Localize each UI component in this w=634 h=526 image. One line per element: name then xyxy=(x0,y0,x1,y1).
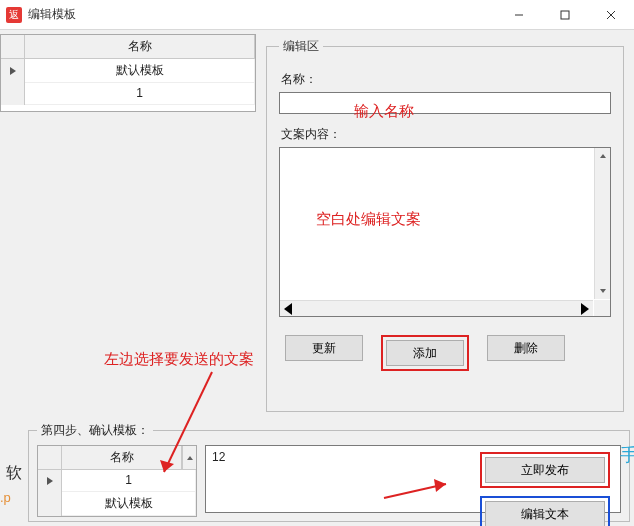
step-grid-header: 名称 xyxy=(62,446,182,469)
chevron-up-icon[interactable] xyxy=(182,446,196,469)
scroll-left-icon[interactable] xyxy=(280,301,296,316)
table-row[interactable]: 1 xyxy=(38,470,196,492)
step-content-text: 12 xyxy=(212,450,225,464)
content-label: 文案内容： xyxy=(281,126,611,143)
add-button-highlight: 添加 xyxy=(381,335,469,371)
publish-highlight: 立即发布 xyxy=(480,452,610,488)
cropped-text-right: 手 xyxy=(620,440,634,470)
step-buttons: 立即发布 编辑文本 xyxy=(480,452,610,526)
window-title: 编辑模板 xyxy=(28,6,496,23)
table-row[interactable]: 默认模板 xyxy=(38,492,196,516)
app-icon: 返 xyxy=(6,7,22,23)
grid-cell[interactable]: 1 xyxy=(25,83,255,105)
left-pane: 名称 默认模板 1 xyxy=(0,30,260,420)
edit-group-legend: 编辑区 xyxy=(279,38,323,55)
add-button[interactable]: 添加 xyxy=(386,340,464,366)
scroll-right-icon[interactable] xyxy=(577,301,593,316)
maximize-button[interactable] xyxy=(542,0,588,29)
publish-button[interactable]: 立即发布 xyxy=(485,457,605,483)
row-selector-icon xyxy=(10,67,16,75)
step-grid[interactable]: 名称 1 默认模板 xyxy=(37,445,197,517)
name-input[interactable] xyxy=(279,92,611,114)
row-selector-icon xyxy=(47,477,53,485)
content-textarea[interactable] xyxy=(279,147,611,317)
step-content-box[interactable]: 12 立即发布 编辑文本 xyxy=(205,445,621,513)
scroll-track[interactable] xyxy=(595,164,610,283)
main-area: 名称 默认模板 1 编辑区 名称： 文案内容： xyxy=(0,30,634,420)
grid-cell[interactable]: 1 xyxy=(62,470,196,492)
button-row: 更新 添加 删除 xyxy=(279,335,611,371)
delete-button[interactable]: 删除 xyxy=(487,335,565,361)
edit-groupbox: 编辑区 名称： 文案内容： 更新 xyxy=(266,38,624,412)
cropped-text-left: 软 xyxy=(0,420,28,526)
cropped-text-left2: .p xyxy=(0,490,26,505)
step4-legend: 第四步、确认模板： xyxy=(37,422,153,439)
scroll-down-icon[interactable] xyxy=(595,283,610,299)
table-row[interactable]: 1 xyxy=(1,83,255,105)
close-button[interactable] xyxy=(588,0,634,29)
update-button[interactable]: 更新 xyxy=(285,335,363,361)
grid-header-name: 名称 xyxy=(25,35,255,58)
grid-cell[interactable]: 默认模板 xyxy=(62,492,196,516)
name-label: 名称： xyxy=(281,71,611,88)
scroll-track-h[interactable] xyxy=(296,301,577,316)
horizontal-scrollbar[interactable] xyxy=(280,300,593,316)
svg-rect-0 xyxy=(561,11,569,19)
bottom-area: 软 第四步、确认模板： 名称 1 默认模板 xyxy=(0,420,634,526)
table-row[interactable]: 默认模板 xyxy=(1,59,255,83)
vertical-scrollbar[interactable] xyxy=(594,148,610,299)
grid-header: 名称 xyxy=(1,35,255,59)
titlebar: 返 编辑模板 xyxy=(0,0,634,30)
step-grid-wrap: 名称 1 默认模板 xyxy=(37,445,197,513)
edit-text-highlight: 编辑文本 xyxy=(480,496,610,526)
window-buttons xyxy=(496,0,634,29)
template-grid[interactable]: 名称 默认模板 1 xyxy=(0,34,256,112)
step4-groupbox: 第四步、确认模板： 名称 1 默认模板 xyxy=(28,422,630,522)
right-pane: 编辑区 名称： 文案内容： 更新 xyxy=(260,30,634,420)
grid-cell[interactable]: 默认模板 xyxy=(25,59,255,83)
scroll-up-icon[interactable] xyxy=(595,148,610,164)
edit-text-button[interactable]: 编辑文本 xyxy=(485,501,605,526)
scroll-corner xyxy=(594,300,610,316)
minimize-button[interactable] xyxy=(496,0,542,29)
